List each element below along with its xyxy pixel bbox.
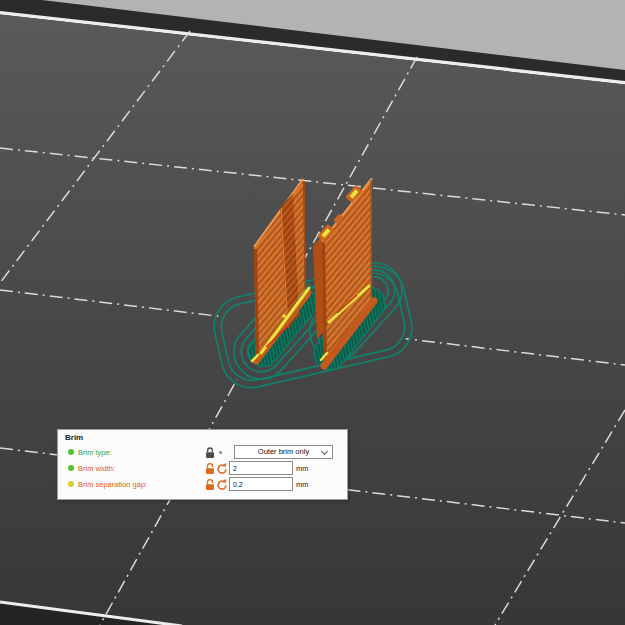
setting-row-brim-type: Brim type: Outer brim only <box>58 445 347 460</box>
undo-arrow-icon[interactable] <box>216 478 228 491</box>
brim-width-input[interactable] <box>229 461 293 475</box>
slicer-3d-viewport: Brim Brim type: Outer brim only Brim wid… <box>0 0 625 625</box>
brim-settings-panel: Brim Brim type: Outer brim only Brim wid… <box>57 429 348 500</box>
lock-closed-icon[interactable] <box>204 446 216 459</box>
model-left-right-edge <box>304 181 305 289</box>
unmodified-dot <box>216 446 228 459</box>
lock-open-icon[interactable] <box>204 478 216 491</box>
chevron-down-icon <box>321 448 328 455</box>
unit-label: mm <box>296 480 309 489</box>
setting-bullet <box>68 481 74 487</box>
lock-open-icon[interactable] <box>204 462 216 475</box>
setting-bullet <box>68 465 74 471</box>
brim-type-value: Outer brim only <box>258 447 309 456</box>
model-left-side-edge <box>256 249 258 356</box>
model-left-infill-dot <box>282 314 286 318</box>
model-right-side-edge <box>324 243 326 361</box>
setting-label: Brim type: <box>78 448 112 457</box>
brim-separation-gap-input[interactable] <box>229 477 293 491</box>
bed-preview-scene <box>0 0 625 625</box>
panel-title: Brim <box>65 433 83 442</box>
setting-label: Brim separation gap: <box>78 480 147 489</box>
setting-row-brim-separation-gap: Brim separation gap: mm <box>58 477 347 492</box>
brim-type-dropdown[interactable]: Outer brim only <box>234 445 333 459</box>
setting-bullet <box>68 449 74 455</box>
unit-label: mm <box>296 464 309 473</box>
model-right-right-edge <box>371 180 372 299</box>
setting-label: Brim width: <box>78 464 115 473</box>
setting-row-brim-width: Brim width: mm <box>58 461 347 476</box>
undo-arrow-icon[interactable] <box>216 462 228 475</box>
